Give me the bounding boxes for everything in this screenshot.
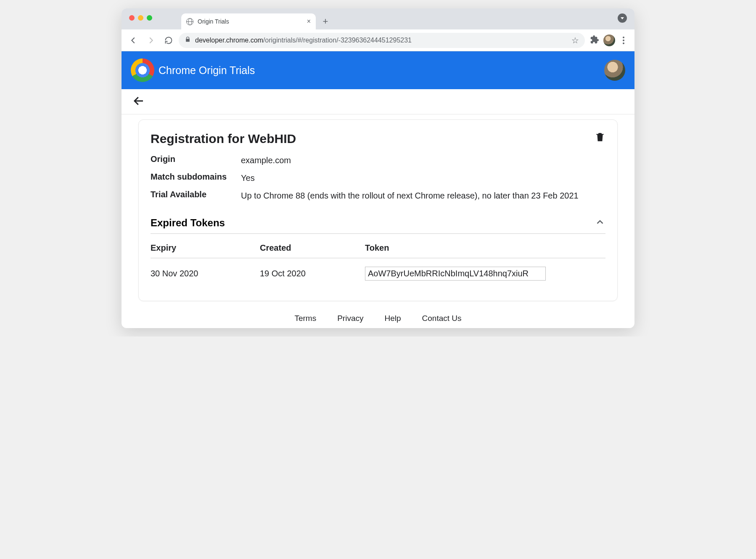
back-arrow-icon[interactable] — [132, 95, 145, 109]
meta-origin: Origin example.com — [151, 154, 605, 166]
nav-forward-button[interactable] — [143, 33, 159, 48]
col-header-created: Created — [260, 236, 365, 258]
tab-title: Origin Trials — [198, 18, 303, 25]
delete-icon[interactable] — [595, 132, 605, 144]
app-header: Chrome Origin Trials — [122, 51, 634, 89]
user-avatar[interactable] — [604, 60, 625, 81]
chevron-up-icon — [595, 217, 605, 229]
new-tab-button[interactable]: + — [319, 15, 332, 28]
toolbar-right — [587, 34, 630, 47]
meta-value: example.com — [241, 154, 605, 166]
footer-help-link[interactable]: Help — [384, 314, 401, 323]
tab-bar: Origin Trials × + — [122, 8, 634, 29]
section-title: Expired Tokens — [151, 217, 225, 229]
browser-menu-icon[interactable] — [619, 34, 628, 47]
extensions-icon[interactable] — [590, 35, 599, 46]
address-bar[interactable]: developer.chrome.com/origintrials/#/regi… — [179, 33, 585, 48]
col-header-expiry: Expiry — [151, 236, 260, 258]
chrome-logo-icon — [131, 58, 154, 82]
globe-icon — [186, 18, 193, 25]
footer-contact-link[interactable]: Contact Us — [422, 314, 462, 323]
nav-back-button[interactable] — [126, 33, 141, 48]
meta-value: Yes — [241, 172, 605, 184]
registration-card: Registration for WebHID Origin example.c… — [138, 119, 618, 301]
browser-toolbar: developer.chrome.com/origintrials/#/regi… — [122, 29, 634, 51]
tab-search-icon[interactable] — [618, 13, 627, 23]
close-tab-icon[interactable]: × — [307, 18, 311, 25]
reload-button[interactable] — [161, 33, 176, 48]
meta-trial-available: Trial Available Up to Chrome 88 (ends wi… — [151, 190, 605, 201]
footer-privacy-link[interactable]: Privacy — [337, 314, 363, 323]
tokens-table: Expiry Created Token 30 Nov 2020 19 Oct … — [151, 236, 605, 289]
bookmark-star-icon[interactable]: ☆ — [571, 35, 579, 45]
url-text: developer.chrome.com/origintrials/#/regi… — [195, 37, 567, 44]
window-controls — [129, 15, 152, 21]
window-minimize-button[interactable] — [138, 15, 143, 21]
app-title: Chrome Origin Trials — [159, 64, 255, 77]
meta-label: Trial Available — [151, 190, 241, 201]
meta-value: Up to Chrome 88 (ends with the rollout o… — [241, 190, 605, 201]
footer-terms-link[interactable]: Terms — [294, 314, 316, 323]
meta-match-subdomains: Match subdomains Yes — [151, 172, 605, 184]
meta-label: Match subdomains — [151, 172, 241, 184]
card-title: Registration for WebHID — [151, 132, 296, 146]
browser-tab[interactable]: Origin Trials × — [181, 13, 316, 29]
window-close-button[interactable] — [129, 15, 135, 21]
subnav-bar — [122, 89, 634, 114]
browser-window: Origin Trials × + developer.chrome.com/o… — [122, 8, 634, 328]
col-header-token: Token — [365, 236, 605, 258]
table-row: 30 Nov 2020 19 Oct 2020 AoW7ByrUeMbRRIcN… — [151, 258, 605, 289]
token-value[interactable]: AoW7ByrUeMbRRIcNbImqLV148hnq7xiuR — [365, 267, 546, 281]
window-maximize-button[interactable] — [147, 15, 152, 21]
meta-label: Origin — [151, 154, 241, 166]
cell-expiry: 30 Nov 2020 — [151, 258, 260, 289]
cell-created: 19 Oct 2020 — [260, 258, 365, 289]
footer-links: Terms Privacy Help Contact Us — [122, 301, 634, 328]
cell-token: AoW7ByrUeMbRRIcNbImqLV148hnq7xiuR — [365, 258, 605, 289]
expired-tokens-header[interactable]: Expired Tokens — [151, 217, 605, 234]
lock-icon — [185, 36, 191, 44]
profile-avatar-icon[interactable] — [603, 34, 615, 46]
content-area: Registration for WebHID Origin example.c… — [122, 114, 634, 301]
